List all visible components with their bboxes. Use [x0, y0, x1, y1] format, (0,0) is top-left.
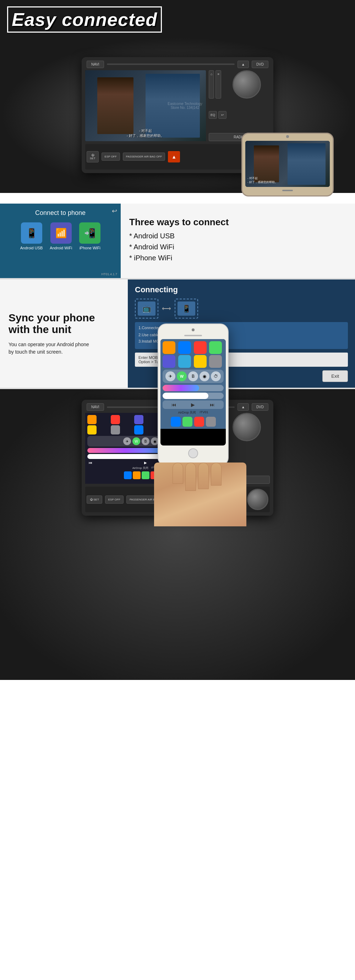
- navi-button[interactable]: NAVI: [86, 60, 104, 68]
- main-knob-1[interactable]: [232, 70, 261, 99]
- samsung-screen: - 对不起 - 好了，感谢您的帮助。: [245, 141, 330, 187]
- phone-connect-icons: 📺 ⟷ 📱: [135, 299, 348, 318]
- iphone-hand-container: ✈ W B ◉ ⏱: [158, 323, 257, 527]
- hand-image: [154, 463, 246, 527]
- iphone-device: ✈ W B ◉ ⏱: [158, 323, 229, 466]
- three-ways-item-2: * Android WiFi: [129, 243, 347, 251]
- hazard-button[interactable]: ▲: [168, 151, 180, 162]
- control-grid-1: ⌂ ≡: [209, 70, 221, 99]
- connect-section: ↩ Connect to phone 📱 Android USB 📶 Andro…: [0, 204, 355, 278]
- samsung-phone: - 对不起 - 好了，感谢您的帮助。: [241, 133, 334, 197]
- video-screen-1: - 对不起 - 好了，感谢您的帮助。 Eastcome Technology S…: [85, 70, 206, 141]
- connect-phone-title: Connect to phone: [35, 209, 86, 217]
- bottom-buttons-1: ⏻ SET ESP OFF PASSENGER AIR BAG OFF ▲: [86, 151, 180, 162]
- iphone-wifi-icon[interactable]: 📲: [79, 223, 101, 244]
- video-subtitle-1: - 对不起 - 好了，感谢您的帮助。: [85, 128, 206, 138]
- three-ways-item-3: * iPhone WiFi: [129, 254, 347, 262]
- top-right-buttons: ▲ DVD: [238, 60, 269, 68]
- eq-back-grid: EQ ↩: [209, 111, 227, 119]
- connecting-title: Connecting: [135, 285, 348, 294]
- car-unit-section-1: NAVI ▲ DVD - 对不起: [0, 37, 355, 193]
- samsung-phone-preview: - 对不起 - 好了，感谢您的帮助。: [241, 133, 334, 204]
- samsung-subtitle: - 对不起 - 好了，感谢您的帮助。: [248, 176, 278, 184]
- iphone-wifi-item[interactable]: 📲 iPhone WiFi: [79, 223, 101, 250]
- phone-icon: 📱: [178, 301, 195, 316]
- android-usb-item[interactable]: 📱 Android USB: [20, 223, 43, 250]
- set-button-2[interactable]: ⏻ SET: [86, 495, 102, 504]
- phone-icon-container: 📺: [135, 299, 158, 318]
- iphone-home-button[interactable]: [188, 448, 198, 458]
- eject-button[interactable]: ▲: [238, 60, 249, 68]
- home-button[interactable]: ⌂: [209, 70, 214, 99]
- esp-button-2[interactable]: ESP OFF: [105, 495, 123, 504]
- set-button[interactable]: ⏻ SET: [86, 151, 99, 162]
- iphone-wifi-label: iPhone WiFi: [80, 246, 101, 250]
- video-person-left: [97, 77, 133, 134]
- android-wifi-label: Android WiFi: [50, 246, 72, 250]
- exit-button[interactable]: Exit: [322, 370, 348, 382]
- sync-title: Sync your phone with the unit: [8, 312, 119, 335]
- connect-arrow: ⟷: [162, 305, 171, 312]
- page-title: Easy connected: [7, 6, 162, 33]
- three-ways-title: Three ways to connect: [129, 217, 347, 228]
- car-unit-top-bar: NAVI ▲ DVD: [85, 60, 270, 68]
- iphone-screen: ✈ W B ◉ ⏱: [160, 339, 226, 445]
- screen-area: - 对不起 - 好了，感谢您的帮助。 Eastcome Technology S…: [85, 70, 270, 141]
- android-usb-icon[interactable]: 📱: [21, 223, 42, 244]
- menu-button[interactable]: ≡: [216, 70, 221, 99]
- dvd-button[interactable]: DVD: [252, 60, 269, 68]
- unit-icon: 📺: [138, 301, 155, 316]
- sync-description: You can operate your Android phone by to…: [8, 341, 119, 356]
- undo-icon[interactable]: ↩: [112, 207, 117, 215]
- iphone-camera: [192, 328, 195, 331]
- three-ways-item-1: * Android USB: [129, 232, 347, 240]
- android-usb-label: Android USB: [20, 246, 43, 250]
- samsung-person-right: [288, 143, 326, 185]
- eq-button[interactable]: EQ: [209, 111, 217, 119]
- sync-left-panel: Sync your phone with the unit You can op…: [0, 280, 128, 388]
- iphone-speaker: [184, 335, 202, 336]
- bottom-section: NAVI ▲ DVD: [0, 389, 355, 680]
- right-controls-1: ⌂ ≡ EQ ↩ RADIO: [209, 70, 270, 141]
- android-wifi-item[interactable]: 📶 Android WiFi: [50, 223, 72, 250]
- navi-button-2[interactable]: NAVI: [86, 403, 104, 411]
- connect-icons-row: 📱 Android USB 📶 Android WiFi 📲 iPhone Wi…: [20, 223, 101, 250]
- phone-icon-container-2: 📱: [175, 299, 198, 318]
- three-ways-list: * Android USB * Android WiFi * iPhone Wi…: [129, 232, 347, 265]
- android-wifi-icon[interactable]: 📶: [50, 223, 72, 244]
- header-section: Easy connected: [0, 0, 355, 37]
- esp-button[interactable]: ESP OFF: [102, 153, 120, 161]
- airbag-button[interactable]: PASSENGER AIR BAG OFF: [123, 153, 165, 161]
- connect-phone-panel: ↩ Connect to phone 📱 Android USB 📶 Andro…: [0, 204, 121, 278]
- version-label: HT01.4.1.7: [101, 272, 117, 276]
- back-button[interactable]: ↩: [218, 111, 227, 119]
- watermark-1: Eastcome Technology Store No. 134|142: [168, 102, 202, 110]
- three-ways-panel: Three ways to connect * Android USB * An…: [121, 204, 355, 278]
